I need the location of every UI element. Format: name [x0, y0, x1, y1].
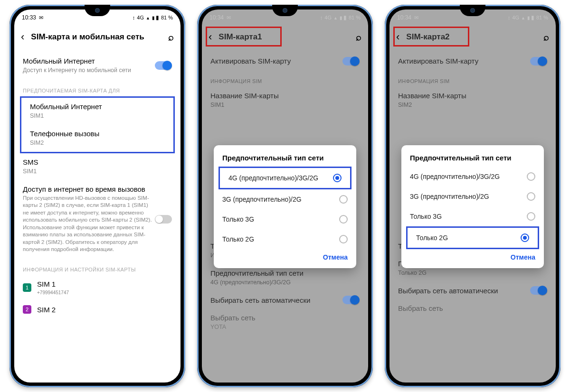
- front-camera: [470, 8, 475, 13]
- option-4g[interactable]: 4G (предпочтительно)/3G/2G: [401, 167, 544, 187]
- mobile-internet-row[interactable]: Мобильный Интернет Доступ к Интернету по…: [14, 52, 180, 79]
- internet-during-calls-row[interactable]: Доступ в интернет во время вызовов При о…: [14, 180, 180, 258]
- network-label: 4G: [137, 15, 144, 20]
- sim2-chip-icon: 2: [23, 305, 31, 314]
- option-4g[interactable]: 4G (предпочтительно)/3G/2G: [218, 167, 352, 189]
- radio-icon: [333, 174, 342, 182]
- radio-icon: [521, 233, 529, 242]
- notification-icon: [39, 14, 43, 21]
- highlight-box: Мобильный Интернет SIM1 Телефонные вызов…: [20, 96, 175, 153]
- phone-frame-2: 10:34 4G 81 % ‹ SIM-карта1 ⌕ Активироват…: [197, 5, 373, 387]
- pref-sms-row[interactable]: SMS SIM1: [14, 153, 180, 180]
- back-button[interactable]: ‹: [21, 32, 24, 42]
- dialog-title: Предпочтительный тип сети: [401, 154, 544, 167]
- data-icon: [133, 15, 135, 20]
- sim-info-header: ИНФОРМАЦИЯ И НАСТРОЙКИ SIM-КАРТЫ: [14, 258, 180, 275]
- mobile-internet-label: Мобильный Интернет: [23, 57, 172, 65]
- sim1-row[interactable]: 1 SIM 1 +79994451747: [14, 275, 180, 301]
- cancel-button[interactable]: Отмена: [323, 253, 348, 261]
- search-button[interactable]: ⌕: [168, 32, 174, 43]
- option-3g[interactable]: Только 3G: [401, 206, 544, 226]
- radio-icon: [339, 195, 348, 204]
- phone-frame-1: 10:33 4G 81 % ‹ SIM-карта и мобильная се…: [10, 5, 185, 387]
- mobile-internet-toggle[interactable]: [155, 61, 172, 70]
- option-2g[interactable]: Только 2G: [406, 226, 539, 249]
- during-calls-toggle[interactable]: [155, 215, 172, 224]
- clock: 10:33: [22, 14, 36, 21]
- dialog-title: Предпочтительный тип сети: [214, 154, 356, 167]
- front-camera: [95, 8, 100, 13]
- phone-frame-3: 10:34 4G 81 % ‹ SIM-карта2 ⌕ Активироват…: [385, 5, 560, 387]
- battery-icon: [156, 14, 159, 21]
- battery-pct: 81 %: [161, 15, 173, 20]
- page-title: SIM-карта и мобильная сеть: [31, 32, 162, 42]
- radio-icon: [339, 235, 348, 243]
- radio-icon: [339, 215, 348, 224]
- mobile-internet-sub: Доступ к Интернету по мобильной сети: [23, 66, 172, 75]
- wifi-icon: [146, 15, 150, 20]
- app-bar: ‹ SIM-карта и мобильная сеть ⌕: [14, 26, 180, 48]
- front-camera: [283, 8, 287, 13]
- dialog-overlay[interactable]: Предпочтительный тип сети 4G (предпочтит…: [390, 9, 556, 383]
- sim2-row[interactable]: 2 SIM 2: [14, 300, 180, 318]
- radio-icon: [527, 192, 535, 201]
- option-3g2g[interactable]: 3G (предпочтительно)/2G: [401, 187, 544, 206]
- sim1-chip-icon: 1: [23, 283, 31, 292]
- network-type-dialog: Предпочтительный тип сети 4G (предпочтит…: [401, 145, 544, 268]
- option-3g[interactable]: Только 3G: [214, 209, 356, 229]
- network-type-dialog: Предпочтительный тип сети 4G (предпочтит…: [214, 145, 356, 268]
- option-2g[interactable]: Только 2G: [214, 229, 356, 249]
- preferred-sim-header: ПРЕДПОЧИТАЕМАЯ SIM-КАРТА ДЛЯ: [14, 79, 180, 96]
- pref-calls-row[interactable]: Телефонные вызовы SIM2: [21, 125, 173, 152]
- signal-icon: [152, 15, 154, 20]
- option-3g2g[interactable]: 3G (предпочтительно)/2G: [214, 189, 356, 209]
- pref-internet-row[interactable]: Мобильный Интернет SIM1: [21, 98, 173, 125]
- radio-icon: [527, 172, 535, 181]
- dialog-overlay[interactable]: Предпочтительный тип сети 4G (предпочтит…: [202, 9, 368, 383]
- radio-icon: [527, 212, 535, 221]
- cancel-button[interactable]: Отмена: [511, 253, 535, 261]
